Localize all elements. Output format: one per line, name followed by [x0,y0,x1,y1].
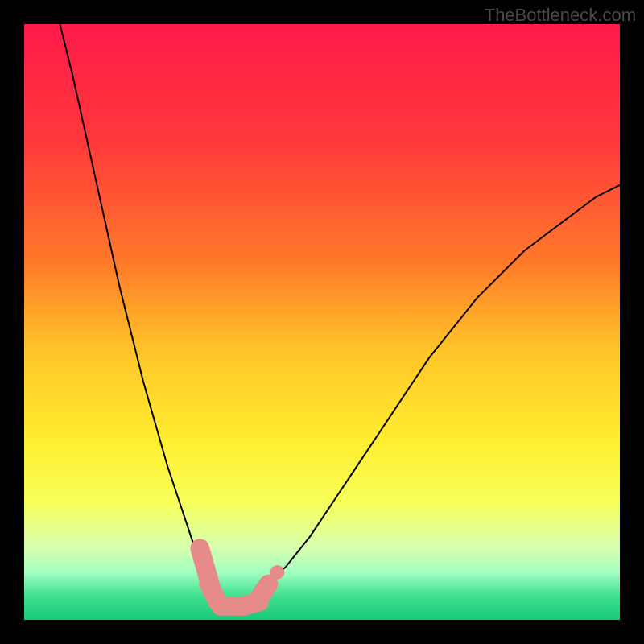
marker-right-dot [270,565,285,580]
marker-right-cap [257,584,269,602]
outer-frame: TheBottleneck.com [0,0,644,644]
chart-svg [24,24,620,620]
heatmap-background [24,24,620,620]
plot-area [24,24,620,620]
watermark-text: TheBottleneck.com [485,5,636,26]
